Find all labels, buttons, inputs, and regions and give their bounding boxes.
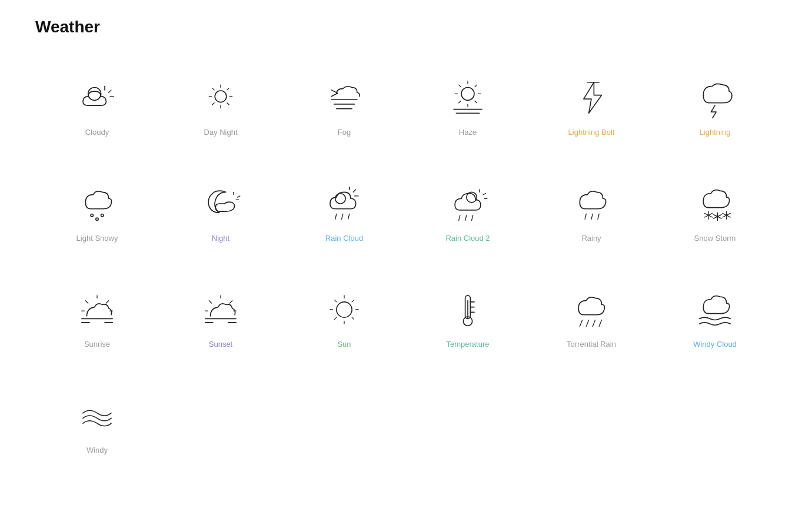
svg-line-93 — [580, 320, 582, 327]
temperature-icon — [447, 289, 488, 330]
lightning-bolt-icon — [571, 77, 612, 118]
icon-cell-sun: Sun — [282, 272, 406, 366]
svg-line-52 — [598, 214, 599, 220]
svg-line-51 — [591, 214, 593, 220]
svg-point-78 — [337, 302, 352, 317]
haze-label: Haze — [459, 128, 477, 137]
icon-cell-windy-cloud: Windy Cloud — [653, 272, 777, 366]
svg-point-31 — [96, 218, 98, 220]
sunrise-label: Sunrise — [84, 340, 110, 349]
rainy-icon — [571, 183, 612, 224]
sunset-label: Sunset — [209, 340, 232, 349]
svg-line-85 — [352, 300, 354, 302]
lightning-bolt-label: Lightning Bolt — [568, 128, 615, 137]
windy-cloud-icon — [694, 289, 736, 330]
icon-cell-torrential-rain: Torrential Rain — [530, 272, 653, 366]
svg-line-25 — [459, 101, 461, 102]
svg-point-35 — [335, 194, 346, 204]
icon-cell-day-night: Day Night — [159, 60, 282, 154]
fog-label: Fog — [338, 128, 351, 137]
lightning-icon — [694, 77, 736, 118]
icon-cell-windy: Windy — [35, 378, 159, 472]
icons-grid: Cloudy Day Night Fog Haze Lightning Bolt — [35, 60, 777, 472]
svg-line-24 — [475, 85, 477, 87]
svg-line-42 — [348, 214, 350, 220]
svg-line-37 — [353, 190, 355, 192]
windy-label: Windy — [86, 446, 108, 454]
icon-cell-temperature: Temperature — [406, 272, 530, 366]
day-night-label: Day Night — [204, 128, 237, 137]
torrential-rain-label: Torrential Rain — [567, 340, 616, 349]
svg-line-96 — [599, 320, 601, 327]
svg-line-13 — [212, 103, 214, 105]
icon-cell-cloudy: Cloudy — [35, 60, 159, 154]
icon-cell-sunset: Sunset — [159, 272, 282, 366]
temperature-label: Temperature — [447, 340, 490, 349]
svg-point-29 — [91, 214, 93, 217]
icon-cell-night: Night — [159, 166, 282, 260]
icon-cell-lightning: Lightning — [653, 60, 777, 154]
sunrise-icon — [76, 289, 118, 330]
sun-icon — [324, 289, 365, 330]
svg-line-86 — [335, 317, 337, 319]
svg-line-94 — [586, 320, 588, 327]
night-icon — [200, 183, 241, 224]
svg-line-75 — [229, 301, 232, 303]
fog-icon — [324, 77, 365, 118]
light-snowy-icon — [76, 183, 118, 224]
svg-line-74 — [209, 301, 211, 303]
svg-line-2 — [109, 90, 111, 92]
svg-line-67 — [106, 301, 108, 303]
page-title: Weather — [35, 18, 777, 36]
icon-cell-rain-cloud-2: Rain Cloud 2 — [406, 166, 530, 260]
icon-cell-fog: Fog — [282, 60, 406, 154]
icon-cell-rainy: Rainy — [530, 166, 653, 260]
svg-line-40 — [335, 214, 337, 220]
icon-cell-lightning-bolt: Lightning Bolt — [530, 60, 653, 154]
svg-line-44 — [459, 215, 460, 221]
svg-point-17 — [461, 88, 474, 101]
svg-line-23 — [475, 101, 477, 102]
svg-line-83 — [335, 300, 337, 302]
cloudy-label: Cloudy — [85, 128, 109, 137]
icon-cell-snow-storm: Snow Storm — [653, 166, 777, 260]
icon-cell-light-snowy: Light Snowy — [35, 166, 159, 260]
svg-line-22 — [459, 85, 461, 87]
svg-line-84 — [352, 317, 354, 319]
rain-cloud-icon — [324, 183, 365, 224]
sunset-icon — [200, 289, 241, 330]
rainy-label: Rainy — [581, 234, 601, 243]
svg-point-0 — [88, 88, 101, 101]
sun-label: Sun — [337, 340, 351, 349]
rain-cloud-label: Rain Cloud — [325, 234, 363, 243]
svg-line-33 — [237, 196, 239, 197]
svg-line-50 — [585, 214, 586, 220]
night-label: Night — [212, 234, 229, 243]
torrential-rain-icon — [571, 289, 612, 330]
snow-storm-label: Snow Storm — [694, 234, 736, 243]
svg-point-5 — [215, 91, 227, 102]
snow-storm-icon — [694, 183, 736, 224]
svg-line-11 — [227, 103, 229, 105]
light-snowy-label: Light Snowy — [76, 234, 118, 243]
windy-icon — [76, 395, 118, 436]
day-night-icon — [200, 77, 241, 118]
rain-cloud-2-icon — [447, 183, 488, 224]
svg-line-66 — [85, 301, 88, 303]
lightning-label: Lightning — [700, 128, 731, 137]
cloudy-icon — [76, 77, 118, 118]
svg-line-46 — [472, 215, 473, 221]
windy-cloud-label: Windy Cloud — [693, 340, 737, 349]
icon-cell-rain-cloud: Rain Cloud — [282, 166, 406, 260]
svg-line-45 — [465, 215, 467, 221]
svg-point-30 — [101, 214, 104, 217]
haze-icon — [447, 77, 488, 118]
svg-line-48 — [483, 194, 485, 195]
rain-cloud-2-label: Rain Cloud 2 — [445, 234, 490, 243]
svg-line-95 — [593, 320, 595, 327]
icon-cell-haze: Haze — [406, 60, 530, 154]
svg-line-41 — [342, 214, 343, 220]
svg-line-12 — [227, 88, 229, 90]
svg-line-10 — [212, 88, 214, 90]
icon-cell-sunrise: Sunrise — [35, 272, 159, 366]
